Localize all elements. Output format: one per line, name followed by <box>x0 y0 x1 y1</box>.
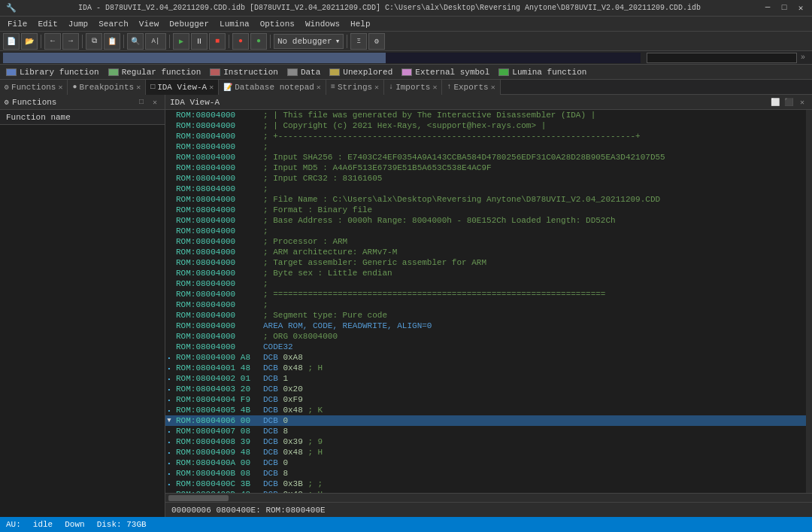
code-line[interactable]: •ROM:0800400D 48 DCB 0x48 ; H <box>165 489 806 493</box>
maximize-button[interactable]: □ <box>779 3 789 13</box>
paste-button[interactable]: 📋 <box>104 33 120 50</box>
code-line[interactable]: ROM:08004000; Segment type: Pure code <box>165 310 806 321</box>
close-button[interactable]: ✕ <box>795 3 806 13</box>
code-line[interactable]: •ROM:08004004 F9 DCB 0xF9 <box>165 394 806 405</box>
code-line[interactable]: ROM:08004000; Processor : ARM <box>165 236 806 247</box>
code-line[interactable]: ROM:08004000 CODE32 <box>165 342 806 352</box>
code-line[interactable]: •ROM:0800400C 3B DCB 0x3B ; ; <box>165 479 806 489</box>
tab-strings[interactable]: ≡Strings✕ <box>326 80 384 95</box>
menu-item-options[interactable]: Options <box>256 17 299 32</box>
code-line[interactable]: •ROM:08004005 4B DCB 0x48 ; K <box>165 405 806 415</box>
tab-close-functions[interactable]: ✕ <box>58 83 62 92</box>
code-line[interactable]: ROM:08004000; | This file was generated … <box>165 110 806 120</box>
menu-item-jump[interactable]: Jump <box>64 17 92 32</box>
menu-item-lumina[interactable]: Lumina <box>215 17 254 32</box>
dcb-comment: ; H <box>303 448 323 457</box>
code-line[interactable]: •ROM:08004009 48 DCB 0x48 ; H <box>165 447 806 458</box>
tab-close-breakpoints[interactable]: ✕ <box>136 83 141 92</box>
code-line[interactable]: ROM:08004000; Byte sex : Little endian <box>165 268 806 278</box>
menu-item-debugger[interactable]: Debugger <box>165 17 214 32</box>
menu-item-search[interactable]: Search <box>94 17 133 32</box>
open-button[interactable]: 📂 <box>21 33 38 50</box>
new-button[interactable]: 📄 <box>3 33 20 50</box>
code-line[interactable]: ROM:08004000 AREA ROM, CODE, READWRITE, … <box>165 321 806 331</box>
vertical-scrollbar[interactable] <box>806 110 812 493</box>
settings-button[interactable]: ⚙ <box>368 33 385 50</box>
code-instruction: ; File Name : C:\Users\alx\Desktop\Rever… <box>263 195 660 204</box>
pause-button[interactable]: ⏸ <box>191 33 208 50</box>
tab-close-db-notepad[interactable]: ✕ <box>317 83 321 92</box>
menu-item-view[interactable]: View <box>135 17 163 32</box>
code-line[interactable]: •ROM:08004007 08 DCB 8 <box>165 426 806 436</box>
tab-ida-view-a[interactable]: □IDA View-A✕ <box>146 80 219 95</box>
nav-expand-icon[interactable]: » <box>797 53 809 62</box>
dcb-comment: ; 9 <box>303 437 323 446</box>
forward-button[interactable]: → <box>62 33 79 50</box>
stop-button[interactable]: ■ <box>209 33 226 50</box>
tab-functions[interactable]: ⚙Functions✕ <box>0 80 68 95</box>
ida-view-maximize-button[interactable]: ⬛ <box>783 98 794 107</box>
menu-item-file[interactable]: File <box>3 17 32 32</box>
code-line[interactable]: ROM:08004000; <box>165 184 806 194</box>
menu-item-edit[interactable]: Edit <box>33 17 62 32</box>
lumina-button[interactable]: Ξ <box>350 33 367 50</box>
code-line[interactable]: ▼ROM:08004006 00 DCB 0 <box>165 415 806 426</box>
hex-button[interactable]: A| <box>145 33 166 50</box>
run-button[interactable]: ▶ <box>173 33 189 50</box>
code-line[interactable]: ROM:08004000; Format : Binary file <box>165 205 806 215</box>
code-address: ROM:08004000 <box>173 111 263 120</box>
tab-exports[interactable]: ↑Exports✕ <box>442 80 500 95</box>
ida-view-close-button[interactable]: ✕ <box>797 98 807 107</box>
panel-close-button[interactable]: ✕ <box>150 98 160 107</box>
search-button[interactable]: 🔍 <box>127 33 144 50</box>
legend-color-box <box>210 68 220 76</box>
panel-float-button[interactable]: □ <box>136 98 147 107</box>
h-scroll-thumb[interactable] <box>168 495 229 501</box>
code-line[interactable]: ROM:08004000; <box>165 299 806 310</box>
code-line[interactable]: ROM:08004000; Input SHA256 : E7403C24EF0… <box>165 152 806 163</box>
code-line[interactable]: ROM:08004000; Target assembler: Generic … <box>165 257 806 268</box>
code-line[interactable]: ROM:08004000; Base Address : 0000h Range… <box>165 215 806 226</box>
code-address: ROM:08004001 48 <box>173 363 263 372</box>
function-list[interactable] <box>0 125 165 517</box>
tab-close-strings[interactable]: ✕ <box>374 83 379 92</box>
code-line[interactable]: •ROM:08004003 20 DCB 0x20 <box>165 384 806 394</box>
code-line[interactable]: ROM:08004000 ; ORG 0x8004000 <box>165 331 806 342</box>
code-line[interactable]: ROM:08004000; Input MD5 : A4A6F513E6739E… <box>165 163 806 173</box>
tab-close-ida-view-a[interactable]: ✕ <box>209 83 214 92</box>
code-line[interactable]: •ROM:08004008 39 DCB 0x39 ; 9 <box>165 436 806 447</box>
menu-item-windows[interactable]: Windows <box>301 17 344 32</box>
dcb-keyword: DCB <box>263 437 283 446</box>
green-circle[interactable]: ● <box>250 33 267 50</box>
dcb-value: 0x39 <box>283 437 302 446</box>
code-line[interactable]: ROM:08004000; Input CRC32 : 83161605 <box>165 173 806 184</box>
ida-view-restore-button[interactable]: ⬜ <box>770 98 780 107</box>
debugger-dropdown[interactable]: No debugger ▾ <box>274 34 344 49</box>
copy-button[interactable]: ⧉ <box>86 33 102 50</box>
code-area[interactable]: ROM:08004000; | This file was generated … <box>165 110 812 493</box>
red-circle[interactable]: ● <box>232 33 249 50</box>
tab-breakpoints[interactable]: ●Breakpoints✕ <box>68 80 146 95</box>
code-address: ROM:08004000 <box>173 184 263 193</box>
code-line[interactable]: •ROM:08004000 A8 DCB 0xA8 <box>165 352 806 363</box>
code-line[interactable]: •ROM:0800400B 08 DCB 8 <box>165 468 806 479</box>
tab-close-imports[interactable]: ✕ <box>432 83 437 92</box>
menu-item-help[interactable]: Help <box>346 17 374 32</box>
code-line[interactable]: •ROM:0800400A 00 DCB 0 <box>165 458 806 468</box>
horizontal-scrollbar[interactable] <box>165 493 812 502</box>
back-button[interactable]: ← <box>44 33 61 50</box>
code-line[interactable]: ROM:08004000; <box>165 141 806 152</box>
code-line[interactable]: •ROM:08004001 48 DCB 0x48 ; H <box>165 363 806 373</box>
code-line[interactable]: ROM:08004000; ARM architecture: ARMv7-M <box>165 247 806 257</box>
minimize-button[interactable]: ─ <box>762 3 773 13</box>
tab-close-exports[interactable]: ✕ <box>491 83 495 92</box>
code-line[interactable]: ROM:08004000; File Name : C:\Users\alx\D… <box>165 194 806 205</box>
code-line[interactable]: ROM:08004000; <box>165 226 806 236</box>
tab-db-notepad[interactable]: 📝Database notepad✕ <box>219 80 326 95</box>
code-line[interactable]: ROM:08004000; ==========================… <box>165 289 806 299</box>
tab-imports[interactable]: ↓Imports✕ <box>384 80 442 95</box>
code-line[interactable]: ROM:08004000; +-------------------------… <box>165 131 806 141</box>
code-line[interactable]: •ROM:08004002 01 DCB 1 <box>165 373 806 384</box>
code-line[interactable]: ROM:08004000; | Copyright (c) 2021 Hex-R… <box>165 120 806 131</box>
code-line[interactable]: ROM:08004000; <box>165 278 806 289</box>
